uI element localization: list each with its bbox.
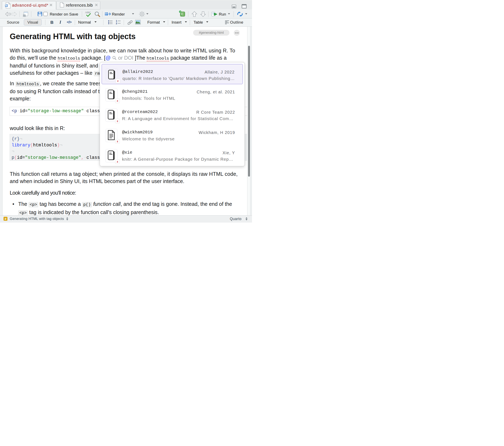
svg-text:1: 1: [116, 20, 117, 22]
svg-text:2: 2: [116, 22, 117, 24]
